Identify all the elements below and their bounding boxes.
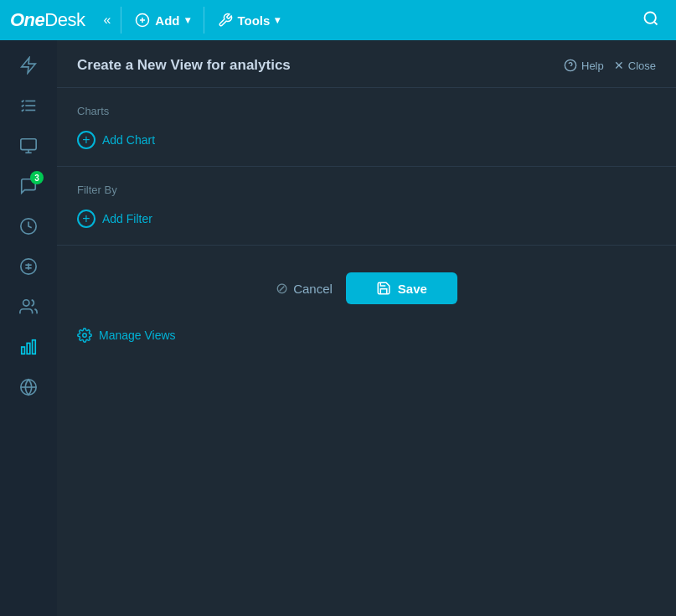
tasks-icon bbox=[19, 96, 38, 115]
chat-badge: 3 bbox=[30, 171, 44, 184]
sidebar-item-monitor[interactable] bbox=[10, 127, 47, 164]
logo: OneDesk bbox=[10, 9, 85, 31]
help-button[interactable]: Help bbox=[564, 59, 604, 72]
manage-views-row: Manage Views bbox=[57, 321, 676, 349]
add-caret: ▾ bbox=[185, 14, 190, 26]
svg-point-25 bbox=[83, 334, 87, 338]
cancel-icon: ⊘ bbox=[276, 279, 288, 298]
svg-rect-20 bbox=[33, 340, 36, 355]
filter-by-label: Filter By bbox=[77, 184, 656, 196]
sidebar-item-settings[interactable] bbox=[10, 369, 47, 406]
svg-marker-5 bbox=[22, 58, 36, 73]
save-button[interactable]: Save bbox=[346, 272, 457, 304]
search-button[interactable] bbox=[636, 7, 666, 34]
close-x: ✕ bbox=[614, 59, 624, 72]
filter-section: Filter By + Add Filter bbox=[57, 167, 676, 246]
nav-divider-2 bbox=[204, 7, 204, 34]
sidebar-item-users[interactable] bbox=[10, 288, 47, 325]
cancel-button[interactable]: ⊘ Cancel bbox=[276, 279, 333, 298]
footer-actions: ⊘ Cancel Save bbox=[57, 246, 676, 321]
logo-area: OneDesk bbox=[10, 9, 93, 31]
manage-views-button[interactable]: Manage Views bbox=[77, 328, 176, 343]
sidebar-item-tasks[interactable] bbox=[10, 87, 47, 124]
sidebar: 3 bbox=[0, 40, 57, 616]
sidebar-item-clock[interactable] bbox=[10, 208, 47, 245]
close-button[interactable]: ✕ Close bbox=[614, 59, 656, 72]
sidebar-item-analytics[interactable] bbox=[10, 329, 47, 365]
panel-title: Create a New View for analytics bbox=[77, 57, 291, 74]
tools-icon bbox=[218, 13, 233, 28]
charts-label: Charts bbox=[77, 105, 656, 117]
sidebar-item-billing[interactable] bbox=[10, 248, 47, 285]
add-circle-icon bbox=[135, 13, 150, 28]
sidebar-item-quick[interactable] bbox=[10, 47, 47, 84]
charts-section: Charts + Add Chart bbox=[57, 88, 676, 167]
svg-rect-9 bbox=[21, 139, 36, 150]
globe-icon bbox=[19, 378, 38, 396]
collapse-button[interactable]: « bbox=[96, 9, 117, 31]
tools-button[interactable]: Tools ▾ bbox=[208, 8, 291, 33]
billing-icon bbox=[19, 257, 38, 276]
save-icon bbox=[376, 281, 391, 296]
nav-divider bbox=[121, 7, 121, 34]
sidebar-item-chat[interactable]: 3 bbox=[10, 168, 47, 204]
panel-actions: Help ✕ Close bbox=[564, 59, 656, 72]
add-chart-circle-icon: + bbox=[77, 131, 95, 149]
clock-icon bbox=[19, 217, 38, 236]
gear-icon bbox=[77, 328, 92, 343]
analytics-icon bbox=[19, 338, 38, 356]
add-filter-button[interactable]: + Add Filter bbox=[77, 210, 152, 228]
svg-point-17 bbox=[23, 300, 29, 306]
lightning-icon bbox=[19, 56, 38, 75]
topnav: OneDesk « Add ▾ Tools ▾ bbox=[0, 0, 676, 40]
svg-line-4 bbox=[654, 21, 658, 24]
help-icon bbox=[564, 59, 577, 72]
svg-rect-18 bbox=[22, 347, 25, 354]
search-icon bbox=[642, 10, 659, 27]
layout: 3 Create a New View for analytics Help bbox=[0, 40, 676, 616]
svg-point-3 bbox=[645, 12, 656, 23]
panel-header: Create a New View for analytics Help ✕ C… bbox=[57, 40, 676, 88]
svg-rect-19 bbox=[27, 343, 30, 354]
add-button[interactable]: Add ▾ bbox=[125, 8, 199, 33]
tools-caret: ▾ bbox=[275, 14, 280, 26]
add-chart-button[interactable]: + Add Chart bbox=[77, 131, 155, 149]
main-content: Create a New View for analytics Help ✕ C… bbox=[57, 40, 676, 616]
monitor-icon bbox=[19, 137, 38, 155]
users-icon bbox=[19, 298, 38, 316]
add-filter-circle-icon: + bbox=[77, 210, 95, 228]
